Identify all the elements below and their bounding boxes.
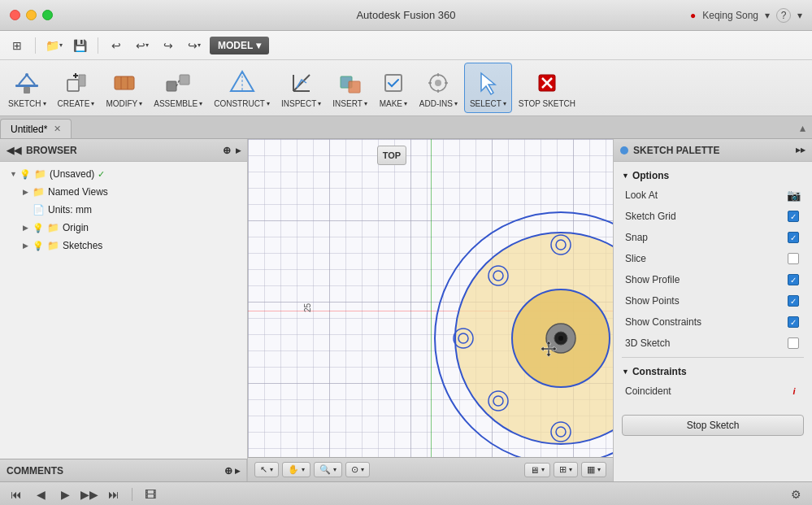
browser-item-units[interactable]: ▶ 📄 Units: mm [0, 201, 247, 219]
canvas-area[interactable]: 25 TOP [248, 139, 613, 481]
coincident-icon: i [788, 385, 801, 398]
zoom-button[interactable]: 🔍 ▾ [314, 462, 342, 477]
toolbar-sketch[interactable]: SKETCH ▾ [3, 63, 51, 113]
status-bar: ⏮ ◀ ▶ ▶▶ ⏭ 🎞 ⚙ [0, 481, 812, 505]
toolbar-make[interactable]: MAKE ▾ [374, 63, 413, 113]
open-button[interactable]: 📁▾ [43, 35, 64, 56]
tab-untitled[interactable]: Untitled* ✕ [0, 119, 72, 138]
origin-eye-icon: 💡 [33, 223, 44, 233]
palette-row-show-profile[interactable]: Show Profile ✓ [614, 269, 812, 290]
minimize-button[interactable] [26, 10, 37, 20]
stop-sketch-palette-button[interactable]: Stop Sketch [622, 415, 804, 436]
show-constraints-checkbox[interactable]: ✓ [786, 315, 801, 329]
display-arrow-icon: ▾ [541, 466, 545, 473]
model-selector[interactable]: MODEL ▾ [210, 37, 269, 54]
checkbox-unchecked-icon [788, 253, 799, 264]
3d-sketch-checkbox[interactable] [786, 336, 801, 350]
palette-row-snap[interactable]: Snap ✓ [614, 227, 812, 248]
browser-collapse-icon[interactable]: ◀◀ [7, 145, 21, 156]
show-profile-checkbox[interactable]: ✓ [786, 272, 801, 287]
sketches-arrow-icon: ▶ [23, 242, 33, 250]
comments-add-icon[interactable]: ⊕ [224, 465, 232, 477]
timeline-icon[interactable]: 🎞 [141, 485, 160, 504]
save-button[interactable]: 💾 [69, 35, 90, 56]
browser-title: BROWSER [26, 145, 77, 156]
select-label: SELECT ▾ [470, 99, 506, 108]
inspect-icon [287, 68, 316, 98]
collapse-tabs-button[interactable]: ▴ [800, 121, 805, 134]
browser-item-origin[interactable]: ▶ 💡 📁 Origin [0, 219, 247, 237]
toolbar-insert[interactable]: INSERT ▾ [328, 63, 372, 113]
palette-row-show-constraints[interactable]: Show Constraints ✓ [614, 311, 812, 333]
toolbar-addins[interactable]: ADD-INS ▾ [415, 63, 462, 113]
help-button[interactable]: ? [776, 8, 791, 23]
grid-menu-button[interactable]: ⊞ [7, 35, 28, 56]
constraints-section-title: ▼ Constraints [614, 361, 812, 381]
toolbar-stop-sketch[interactable]: STOP SKETCH [514, 63, 580, 113]
grid-arrow-icon: ▾ [569, 466, 572, 473]
display-icon: 🖥 [530, 465, 539, 475]
maximize-button[interactable] [42, 10, 53, 20]
browser-item-sketches[interactable]: ▶ 💡 📁 Sketches [0, 237, 247, 255]
palette-expand-icon[interactable]: ▸▸ [796, 145, 805, 155]
comments-menu-icon[interactable]: ▸ [235, 465, 240, 477]
make-label: MAKE ▾ [380, 99, 407, 108]
username[interactable]: Keqing Song [702, 10, 758, 21]
pan-button[interactable]: ✋ ▾ [282, 462, 310, 477]
sketch-grid-checkbox[interactable]: ✓ [786, 209, 801, 224]
undo-button[interactable]: ↩ [106, 35, 127, 56]
redo-arrow-button[interactable]: ↪▾ [184, 35, 205, 56]
toolbar-select[interactable]: SELECT ▾ [464, 63, 512, 113]
play-button[interactable]: ▶ [55, 485, 75, 504]
toolbar-inspect[interactable]: INSPECT ▾ [276, 63, 326, 113]
palette-row-3d-sketch[interactable]: 3D Sketch [614, 333, 812, 354]
palette-row-sketch-grid[interactable]: Sketch Grid ✓ [614, 206, 812, 227]
browser-expand-icon[interactable]: ⊕ [223, 145, 231, 156]
grid-toggle-button[interactable]: ⊞ ▾ [554, 462, 578, 477]
tab-close-button[interactable]: ✕ [54, 124, 61, 134]
pan-arrow-icon: ▾ [302, 466, 305, 473]
layout-button[interactable]: ▦ ▾ [581, 462, 606, 477]
model-label: MODEL [218, 40, 253, 51]
snap-checkbox[interactable]: ✓ [786, 230, 801, 245]
browser-item-named-views[interactable]: ▶ 📁 Named Views [0, 183, 247, 201]
slice-checkbox[interactable] [786, 251, 801, 266]
browser-panel: ◀◀ BROWSER ⊕ ▸ ▼ 💡 📁 (Unsaved) ✓ ▶ 📁 [0, 139, 248, 481]
constraint-coincident[interactable]: Coincident i [614, 381, 812, 402]
browser-menu-icon[interactable]: ▸ [236, 145, 241, 156]
pan-icon: ✋ [288, 464, 299, 475]
palette-divider [622, 357, 804, 358]
svg-point-55 [558, 336, 563, 341]
show-points-checkbox[interactable]: ✓ [786, 294, 801, 308]
orbit-button[interactable]: ⊙ ▾ [345, 462, 370, 477]
undo-arrow-button[interactable]: ↩▾ [132, 35, 153, 56]
origin-folder-icon: 📁 [47, 222, 59, 233]
toolbar-assemble[interactable]: ASSEMBLE ▾ [149, 63, 207, 113]
create-arrow-icon: ▾ [91, 100, 94, 107]
play-end-button[interactable]: ⏭ [104, 485, 124, 504]
named-views-folder-icon: 📁 [33, 186, 45, 198]
look-at-control[interactable]: 📷 [786, 188, 801, 202]
modify-icon [110, 68, 139, 98]
redo-button[interactable]: ↪ [158, 35, 179, 56]
palette-row-slice[interactable]: Slice [614, 248, 812, 269]
palette-row-show-points[interactable]: Show Points ✓ [614, 290, 812, 311]
toolbar-construct[interactable]: CONSTRUCT ▾ [209, 63, 275, 113]
svg-marker-4 [79, 75, 85, 86]
play-forward-button[interactable]: ▶▶ [80, 485, 99, 504]
addins-label: ADD-INS ▾ [419, 99, 458, 108]
toolbar-create[interactable]: CREATE ▾ [53, 63, 100, 113]
browser-item-root[interactable]: ▼ 💡 📁 (Unsaved) ✓ [0, 165, 247, 183]
make-icon [379, 68, 408, 98]
settings-button[interactable]: ⚙ [786, 485, 805, 504]
display-mode-button[interactable]: 🖥 ▾ [524, 463, 550, 477]
play-back-button[interactable]: ◀ [31, 485, 50, 504]
close-button[interactable] [10, 10, 20, 20]
checkbox-checked-icon: ✓ [788, 316, 799, 328]
play-start-button[interactable]: ⏮ [7, 485, 26, 504]
toolbar-modify[interactable]: MODIFY ▾ [101, 63, 147, 113]
tab-title: Untitled* [11, 124, 47, 135]
palette-row-look-at[interactable]: Look At 📷 [614, 185, 812, 206]
content-area: ◀◀ BROWSER ⊕ ▸ ▼ 💡 📁 (Unsaved) ✓ ▶ 📁 [0, 139, 812, 481]
cursor-mode-button[interactable]: ↖ ▾ [254, 462, 279, 477]
